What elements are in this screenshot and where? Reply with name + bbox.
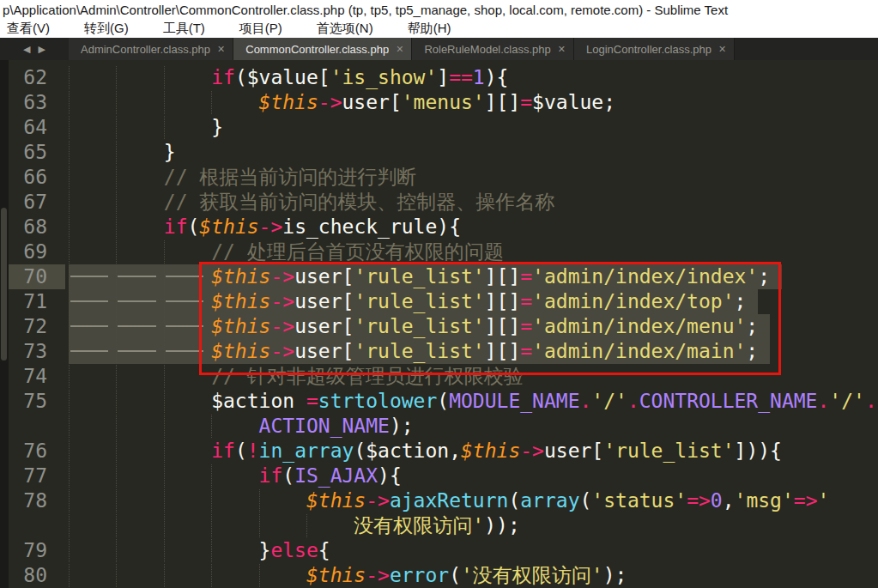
code-token: -> — [366, 489, 390, 512]
tab-close-icon[interactable]: ✕ — [396, 44, 403, 55]
code-token: if — [164, 215, 188, 238]
code-text[interactable]: $this->user['rule_list'][]='admin/index/… — [65, 289, 878, 314]
code-text[interactable]: $this->user['rule_list'][]='admin/index/… — [65, 339, 878, 364]
line-number: 62 — [0, 65, 65, 90]
code-text[interactable]: $this->user['rule_list'][]='admin/index/… — [65, 264, 878, 289]
line-number: 69 — [0, 239, 65, 264]
code-token: IS_AJAX — [294, 464, 378, 487]
tab-whitespace-mark — [116, 264, 163, 289]
indent-guide — [164, 414, 211, 439]
tab-whitespace-mark — [69, 289, 116, 314]
line-number: 66 — [0, 165, 65, 190]
tab-close-icon[interactable]: ✕ — [718, 44, 726, 55]
code-text[interactable]: if($value['is_show']==1){ — [65, 65, 878, 90]
code-token: 'rule_list' — [354, 290, 484, 312]
indent-guide — [116, 389, 163, 414]
tab-whitespace-mark — [164, 264, 211, 289]
code-text[interactable]: if(IS_AJAX){ — [65, 464, 878, 488]
code-line: 69// 处理后台首页没有权限的问题 — [0, 239, 878, 264]
code-text[interactable]: } — [65, 115, 878, 140]
code-token: // 根据当前访问的进行判断 — [164, 166, 417, 188]
code-token: ajaxReturn — [390, 489, 508, 512]
menu-item[interactable]: 帮助(H) — [408, 21, 451, 37]
indent-guide — [306, 513, 354, 538]
line-number: 70 — [0, 264, 65, 289]
code-token: 'admin/index/index' — [532, 265, 758, 288]
tab-strip: AdminController.class.php✕CommonControll… — [69, 38, 878, 60]
code-token: -> — [270, 265, 294, 288]
code-token: else — [270, 539, 318, 561]
menu-item[interactable]: 项目(P) — [239, 21, 282, 37]
line-number: 79 — [0, 538, 65, 563]
indent-guide — [116, 563, 163, 588]
tab-nav: ◀ ▶ — [0, 38, 69, 60]
code-token: -> — [366, 564, 390, 586]
tab-close-icon[interactable]: ✕ — [558, 44, 566, 55]
code-line: 没有权限访问')); — [0, 513, 878, 538]
code-text[interactable]: $this->user['menus'][]=$value; — [65, 90, 878, 115]
editor-pane[interactable]: 62if($value['is_show']==1){63$this->user… — [0, 60, 878, 588]
code-text[interactable]: $this->user['rule_list'][]='admin/index/… — [65, 314, 878, 339]
code-text[interactable]: } — [65, 140, 878, 165]
line-number: 68 — [0, 215, 65, 239]
code-token: $this — [461, 439, 520, 462]
code-text[interactable]: // 根据当前访问的进行判断 — [65, 165, 878, 190]
code-lines: 62if($value['is_show']==1){63$this->user… — [0, 65, 878, 588]
line-number: 65 — [0, 140, 65, 165]
code-token: 'rule_list' — [603, 439, 734, 462]
code-token: $this — [211, 340, 270, 362]
editor-tab[interactable]: AdminController.class.php✕ — [69, 38, 233, 60]
indent-guide — [116, 215, 163, 239]
indent-guide — [164, 563, 211, 588]
code-token: } — [164, 141, 176, 163]
code-text[interactable]: 没有权限访问')); — [65, 513, 878, 538]
editor-tab[interactable]: RoleRuleModel.class.php✕ — [412, 38, 574, 60]
indent-guide — [164, 464, 211, 488]
tab-whitespace-mark — [164, 289, 211, 314]
code-token: is_check_rule){ — [282, 215, 461, 238]
tab-scroll-left-icon[interactable]: ◀ — [23, 44, 30, 55]
code-line: 74// 针对非超级管理员进行权限校验 — [0, 364, 878, 389]
code-text[interactable]: $this->ajaxReturn(array('status'=>0,'msg… — [65, 488, 878, 513]
tab-scroll-right-icon[interactable]: ▶ — [39, 44, 45, 55]
code-text[interactable]: // 针对非超级管理员进行权限校验 — [65, 364, 878, 389]
code-token: ])){ — [735, 439, 782, 462]
editor-tab[interactable]: LoginController.class.php✕ — [574, 38, 735, 60]
code-text[interactable]: }else{ — [65, 538, 878, 563]
code-text[interactable]: // 处理后台首页没有权限的问题 — [65, 239, 878, 264]
indent-guide — [69, 90, 116, 115]
code-token: $this — [211, 315, 270, 337]
code-line: 75$action =strtolower(MODULE_NAME.'/'.CO… — [0, 389, 878, 414]
menu-item[interactable]: 首选项(N) — [317, 21, 373, 37]
tab-close-icon[interactable]: ✕ — [217, 44, 225, 55]
code-text[interactable]: $action =strtolower(MODULE_NAME.'/'.CONT… — [65, 389, 878, 414]
code-token: ( — [508, 489, 520, 512]
code-text[interactable]: if($this->is_check_rule){ — [65, 215, 878, 239]
indent-guide — [69, 115, 116, 140]
tab-whitespace-mark — [69, 339, 116, 364]
indent-guide — [211, 90, 258, 115]
code-text[interactable]: ACTION_NAME); — [65, 414, 878, 439]
tab-bar: ◀ ▶ AdminController.class.php✕CommonCont… — [0, 38, 878, 60]
menu-item[interactable]: 查看(V) — [7, 21, 50, 37]
code-token: in_array — [259, 439, 354, 462]
menu-item[interactable]: 工具(T) — [163, 21, 205, 37]
code-text[interactable]: $this->error('没有权限访问'); — [65, 563, 878, 588]
code-text[interactable]: if(!in_array($action,$this->user['rule_l… — [65, 439, 878, 464]
tab-whitespace-mark — [116, 314, 163, 339]
indent-guide — [69, 389, 116, 414]
code-token: $action — [211, 390, 306, 412]
code-token: user[ — [294, 340, 354, 362]
scrollbar-thumb[interactable] — [1, 208, 7, 361]
editor-tab[interactable]: CommonController.class.php✕ — [233, 38, 412, 60]
code-token: strtolower — [318, 390, 437, 412]
line-number: 78 — [0, 488, 65, 513]
window-title-bar: p\Application\Admin\Controller\CommonCon… — [0, 0, 878, 19]
code-token: )); — [484, 514, 520, 536]
code-token: 'rule_list' — [354, 340, 484, 362]
code-text[interactable]: // 获取当前访问的模块、控制器、操作名称 — [65, 190, 878, 215]
menu-item[interactable]: 转到(G) — [84, 21, 129, 37]
code-token: ( — [282, 464, 294, 487]
code-token: 'is_show' — [330, 66, 438, 88]
line-number: 75 — [0, 389, 65, 414]
